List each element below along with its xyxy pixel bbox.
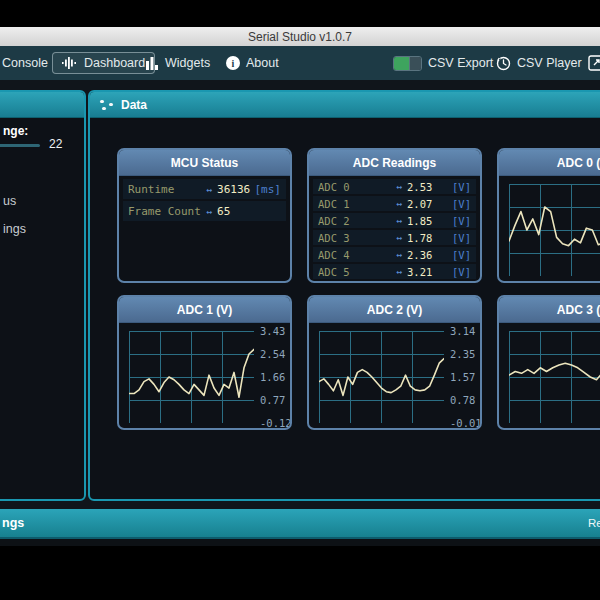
dataset-value: 2.07: [407, 198, 432, 210]
about-label: About: [246, 56, 279, 70]
dataset-label: ADC 4: [318, 249, 396, 261]
widget-title: ADC 2 (V): [309, 297, 480, 323]
range-label: nge:: [3, 124, 28, 138]
value-arrow-icon: ↔: [396, 198, 402, 209]
csv-player-button[interactable]: CSV Player: [496, 46, 582, 80]
chart-plot: [509, 184, 600, 276]
dataset-unit: [V]: [452, 198, 471, 210]
dataset-unit: [V]: [452, 181, 471, 193]
range-slider-value: 22: [49, 137, 62, 151]
footer-reset-button[interactable]: Re: [588, 517, 600, 529]
bar-chart-icon: [146, 57, 159, 70]
widget-body: ADC 0↔2.53[V]ADC 1↔2.07[V]ADC 2↔1.85[V]A…: [309, 176, 480, 282]
value-arrow-icon: ↔: [396, 215, 402, 226]
window-titlebar[interactable]: Serial Studio v1.0.7: [0, 27, 600, 47]
table-row: ADC 2↔1.85[V]: [313, 213, 476, 228]
csv-export-label: CSV Export: [428, 56, 493, 70]
toolbar: Console Dashboard: [0, 46, 600, 80]
table-row: Frame Count↔65: [123, 201, 286, 221]
open-external-icon: [588, 55, 600, 71]
window-title: Serial Studio v1.0.7: [248, 30, 352, 44]
y-axis-label: 2.54: [260, 348, 292, 361]
dataset-value: 3.21: [407, 266, 432, 278]
y-axis-label: 0.77: [260, 394, 292, 407]
y-axis-label: -0.12: [260, 417, 292, 430]
widget-body: Runtime↔36136[ms]Frame Count↔65: [119, 176, 290, 282]
widget-body: [499, 176, 600, 282]
y-axis-label: 1.66: [260, 371, 292, 384]
footer-underlay: [0, 539, 600, 546]
about-button[interactable]: i About: [226, 46, 279, 80]
dashboard-button[interactable]: Dashboard: [52, 46, 155, 80]
y-axis-label: -0.01: [450, 417, 482, 430]
sidebar-item-mcu-status[interactable]: us: [3, 194, 16, 208]
table-row: ADC 0↔2.53[V]: [313, 179, 476, 194]
widgets-button[interactable]: Widgets: [146, 46, 210, 80]
widget-title: ADC 1 (V): [119, 297, 290, 323]
widget-adc0-chart: ADC 0 (V): [497, 148, 600, 283]
y-axis-label: 2.35: [450, 348, 482, 361]
widget-body: 3.142.351.570.78-0.01: [309, 323, 480, 429]
table-row: ADC 3↔1.78[V]: [313, 230, 476, 245]
console-label: Console: [2, 56, 48, 70]
value-arrow-icon: ↔: [396, 232, 402, 243]
value-arrow-icon: ↔: [396, 266, 402, 277]
widgets-label: Widgets: [165, 56, 210, 70]
dataset-unit: [V]: [452, 215, 471, 227]
sidebar-panel: nge: 22 us ings: [0, 90, 86, 501]
dataset-value: 2.36: [407, 249, 432, 261]
info-circle-icon: i: [226, 56, 240, 70]
value-arrow-icon: ↔: [396, 249, 402, 260]
dataset-unit: [ms]: [255, 183, 282, 196]
y-axis-label: 3.14: [450, 325, 482, 338]
dataset-label: Runtime: [128, 183, 206, 196]
data-panel-header: Data: [90, 92, 600, 118]
dataset-value: 65: [217, 205, 230, 218]
table-row: ADC 5↔3.21[V]: [313, 264, 476, 279]
dataset-label: ADC 1: [318, 198, 396, 210]
clock-icon: [496, 56, 511, 71]
widget-adc3-chart: ADC 3 (V): [497, 295, 600, 430]
chart-plot: [129, 331, 254, 423]
data-panel-title: Data: [121, 98, 147, 112]
screen: Serial Studio v1.0.7 Console Dashboard: [0, 0, 600, 600]
csv-export-toggle[interactable]: [393, 56, 422, 71]
dataset-label: ADC 0: [318, 181, 396, 193]
widget-body: 3.432.541.660.77-0.12: [119, 323, 290, 429]
widget-mcu-status: MCU Status Runtime↔36136[ms]Frame Count↔…: [117, 148, 292, 283]
widget-adc-readings: ADC Readings ADC 0↔2.53[V]ADC 1↔2.07[V]A…: [307, 148, 482, 283]
widget-adc2-chart: ADC 2 (V) 3.142.351.570.78-0.01: [307, 295, 482, 430]
footer-title: ngs: [2, 516, 24, 530]
sidebar-item-adc-readings[interactable]: ings: [3, 222, 26, 236]
range-slider[interactable]: [0, 144, 40, 147]
data-panel: Data MCU Status Runtime↔36136[ms]Frame C…: [88, 90, 600, 501]
y-axis-label: 1.57: [450, 371, 482, 384]
console-button[interactable]: Console: [2, 46, 48, 80]
dataset-value: 36136: [217, 183, 250, 196]
dataset-label: ADC 3: [318, 232, 396, 244]
open-external-button[interactable]: [588, 46, 600, 80]
value-arrow-icon: ↔: [206, 206, 212, 217]
y-axis-label: 3.43: [260, 325, 292, 338]
dataset-unit: [V]: [452, 232, 471, 244]
footer-bar: ngs Re: [0, 509, 600, 539]
waveform-icon: [62, 56, 78, 70]
widget-title: ADC 0 (V): [499, 150, 600, 176]
table-row: Runtime↔36136[ms]: [123, 179, 286, 199]
dataset-value: 1.78: [407, 232, 432, 244]
dataset-unit: [V]: [452, 266, 471, 278]
dataset-value: 2.53: [407, 181, 432, 193]
widget-title: MCU Status: [119, 150, 290, 176]
dashboard-label: Dashboard: [84, 56, 145, 70]
widget-title: ADC 3 (V): [499, 297, 600, 323]
csv-export-toggle-group: CSV Export: [393, 46, 493, 80]
dataset-label: ADC 2: [318, 215, 396, 227]
dataset-value: 1.85: [407, 215, 432, 227]
table-row: ADC 4↔2.36[V]: [313, 247, 476, 262]
chart-plot: [509, 331, 600, 423]
widget-body: [499, 323, 600, 429]
dataset-dots-icon: [100, 99, 113, 111]
sidebar-panel-header: [0, 92, 84, 118]
widget-adc1-chart: ADC 1 (V) 3.432.541.660.77-0.12: [117, 295, 292, 430]
value-arrow-icon: ↔: [206, 184, 212, 195]
